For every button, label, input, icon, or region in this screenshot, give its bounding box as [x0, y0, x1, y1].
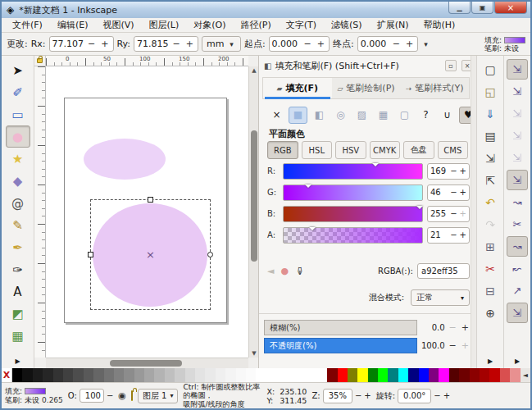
palette-swatch[interactable]	[154, 368, 164, 382]
spiral-tool[interactable]: @	[6, 192, 30, 214]
palette-swatch[interactable]	[449, 368, 459, 382]
gray-arrow-icon[interactable]: ◄	[267, 266, 274, 276]
start-value[interactable]: 0.000	[272, 39, 300, 49]
layer-lock-icon[interactable]	[131, 391, 133, 400]
palette-swatch[interactable]	[165, 368, 175, 382]
snap-bbox-button[interactable]: ⇲	[507, 81, 528, 102]
cut-button[interactable]: ✂	[480, 258, 501, 279]
snap-path-button[interactable]: ↝	[507, 192, 528, 212]
palette-swatch[interactable]	[348, 368, 357, 382]
print-button[interactable]: ▤	[480, 125, 501, 146]
red-circle-icon[interactable]: ●	[280, 266, 289, 276]
red-slider[interactable]	[283, 163, 423, 180]
fill-stroke-indicator[interactable]: 填充: 笔刷: 未设	[484, 36, 525, 52]
no-paint-button[interactable]: ×	[267, 107, 286, 124]
blur-value[interactable]: 0.0	[421, 323, 445, 332]
palette-swatch[interactable]	[144, 368, 154, 382]
colorspace-hsv[interactable]: HSV	[335, 141, 366, 159]
undo-button[interactable]: ↶	[480, 192, 501, 212]
snap-enable-button[interactable]: ⇲	[507, 59, 528, 80]
palette-swatch[interactable]	[104, 368, 114, 382]
import-button[interactable]: ⇲	[480, 148, 501, 168]
alpha-slider[interactable]	[283, 227, 423, 244]
arc-handle[interactable]	[207, 252, 213, 257]
selector-tool[interactable]: ➤	[6, 59, 30, 81]
start-spinbox[interactable]: 0.000 − +	[269, 36, 330, 52]
minimize-button[interactable]: ▁	[448, 2, 471, 14]
palette-swatch[interactable]	[429, 368, 439, 382]
blue-minus-button[interactable]: −	[450, 209, 457, 218]
palette-swatch[interactable]	[73, 368, 83, 382]
redo-button[interactable]: ↷	[480, 214, 501, 235]
green-spinbox[interactable]: 46 − +	[427, 184, 470, 201]
palette-swatch[interactable]	[510, 368, 520, 382]
palette-swatch[interactable]	[439, 368, 448, 382]
snap-bbox-corner-button[interactable]: ⇲	[507, 125, 528, 146]
palette-swatch[interactable]	[297, 368, 307, 382]
end-spinbox[interactable]: 0.000 − +	[357, 36, 418, 52]
palette-swatch[interactable]	[378, 368, 388, 382]
horizontal-scrollbar[interactable]	[46, 358, 248, 368]
snap-node-cusp-button[interactable]: ↝	[507, 236, 528, 257]
palette-swatch[interactable]	[307, 368, 316, 382]
palette-swatch[interactable]	[459, 368, 469, 382]
palette-swatch[interactable]	[93, 368, 103, 382]
fill-swatch[interactable]	[504, 37, 525, 43]
end-plus-button[interactable]: +	[404, 39, 415, 49]
blur-slider[interactable]: 模糊(%)	[264, 320, 417, 335]
palette-scroll-left-icon[interactable]: ◄	[521, 368, 530, 382]
snap-midpoint-button[interactable]: ↗	[507, 280, 528, 301]
dock-float-button[interactable]: ▫	[445, 60, 457, 71]
end-minus-button[interactable]: −	[391, 39, 402, 49]
palette-swatch[interactable]	[338, 368, 348, 382]
fill-rule-even-odd-button[interactable]: ∪	[438, 107, 457, 124]
opacity-slider[interactable]: 不透明度(%)	[264, 338, 417, 353]
rgba-input[interactable]: a92eff35	[417, 263, 470, 279]
alpha-value[interactable]: 21	[430, 230, 448, 239]
alpha-plus-button[interactable]: +	[460, 230, 466, 239]
horizontal-ruler[interactable]: 050100150200	[46, 56, 248, 66]
palette-swatch[interactable]	[185, 368, 195, 382]
zoom-drawing-button[interactable]: ⊕	[480, 303, 501, 323]
object-opacity-minus-button[interactable]: −	[107, 391, 113, 400]
colorspace-cmyk[interactable]: CMYK	[370, 141, 401, 159]
palette-swatch[interactable]	[388, 368, 398, 382]
end-value[interactable]: 0.000	[361, 39, 389, 49]
palette-swatch[interactable]	[134, 368, 144, 382]
ruler-corner[interactable]	[34, 56, 46, 66]
red-value[interactable]: 169	[430, 166, 448, 175]
menu-layer[interactable]: 图层(L)	[142, 18, 187, 32]
menu-filters[interactable]: 滤镜(S)	[324, 18, 370, 32]
canvas-viewport[interactable]: ×	[46, 66, 248, 358]
palette-swatch[interactable]	[63, 368, 73, 382]
snap-overflow-icon[interactable]: ▶	[515, 358, 520, 365]
rotation-input[interactable]: 0.00°	[398, 389, 431, 403]
red-plus-button[interactable]: +	[460, 166, 466, 175]
palette-swatch[interactable]	[256, 368, 266, 382]
ellipse-tool[interactable]: ●	[6, 125, 30, 148]
zoom-plus-button[interactable]: +	[364, 391, 371, 400]
vertical-scrollbar-thumb[interactable]	[251, 130, 257, 262]
green-plus-button[interactable]: +	[460, 188, 466, 197]
gradient-tool[interactable]: ◩	[6, 303, 30, 325]
pattern-button[interactable]: ▦	[374, 107, 393, 124]
vertical-scrollbar[interactable]: ▲ ▼	[248, 66, 258, 358]
ry-minus-button[interactable]: −	[171, 39, 181, 49]
paste-button[interactable]: ⊟	[480, 280, 501, 301]
palette-swatch[interactable]	[368, 368, 378, 382]
rx-value[interactable]: 77.107	[52, 39, 84, 49]
colorspace-hsl[interactable]: HSL	[302, 141, 333, 159]
palette-swatch[interactable]	[53, 368, 63, 382]
palette-swatch[interactable]	[419, 368, 429, 382]
opacity-plus-button[interactable]: +	[461, 340, 470, 351]
toolbox-overflow-icon[interactable]: ▶	[15, 358, 20, 365]
start-plus-button[interactable]: +	[316, 39, 326, 49]
colorspace-rgb[interactable]: RGB	[267, 141, 298, 159]
toolbar-overflow-icon[interactable]: ▾	[421, 40, 430, 48]
commands-overflow-icon[interactable]: ▶	[488, 358, 493, 365]
zoom-input[interactable]: 35%	[323, 389, 352, 403]
blur-plus-button[interactable]: +	[461, 322, 470, 333]
palette-swatch[interactable]	[398, 368, 408, 382]
horizontal-scrollbar-thumb[interactable]	[110, 360, 182, 367]
title-bar[interactable]: ◈ *新建文档 1 - Inkscape ▁ ▣ ×	[2, 2, 530, 18]
